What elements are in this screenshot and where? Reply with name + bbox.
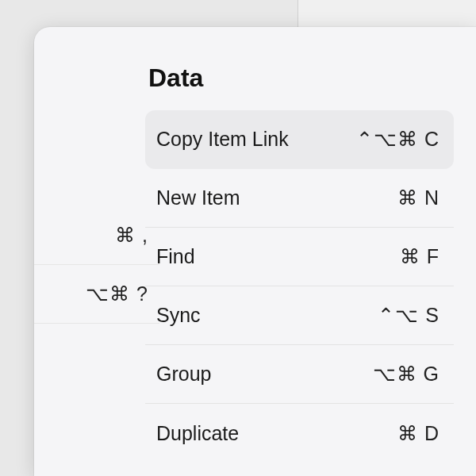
menu-item-new-item[interactable]: New Item ⌘ N	[145, 169, 454, 228]
menu-item-shortcut: ⌘ F	[400, 245, 440, 268]
menu-item-label: Duplicate	[156, 422, 239, 445]
left-shortcut-column: ⌘ , ⌥⌘ ?	[34, 130, 159, 324]
menu-item-duplicate[interactable]: Duplicate ⌘ D	[145, 404, 454, 463]
left-shortcut-row[interactable]: ⌥⌘ ?	[34, 265, 159, 324]
menu-item-shortcut: ⌥⌘ G	[373, 363, 440, 386]
menu-list: Copy Item Link ⌃⌥⌘ C New Item ⌘ N Find ⌘…	[145, 110, 454, 463]
menu-item-shortcut: ⌘ D	[397, 422, 440, 445]
menu-item-label: Copy Item Link	[156, 128, 289, 151]
menu-item-shortcut: ⌘ N	[397, 186, 440, 209]
section-title: Data	[145, 63, 454, 93]
menu-item-label: Find	[156, 245, 195, 268]
shortcut-text: ⌘ ,	[115, 224, 148, 247]
menu-item-group[interactable]: Group ⌥⌘ G	[145, 345, 454, 404]
menu-item-shortcut: ⌃⌥ S	[378, 304, 440, 327]
shortcut-text: ⌥⌘ ?	[86, 282, 148, 305]
left-shortcut-row[interactable]: ⌘ ,	[34, 206, 159, 265]
menu-item-sync[interactable]: Sync ⌃⌥ S	[145, 286, 454, 345]
menu-item-label: New Item	[156, 186, 240, 209]
menu-item-shortcut: ⌃⌥⌘ C	[356, 128, 440, 151]
menu-item-label: Sync	[156, 304, 201, 327]
menu-item-find[interactable]: Find ⌘ F	[145, 228, 454, 286]
menu-item-copy-item-link[interactable]: Copy Item Link ⌃⌥⌘ C	[145, 110, 454, 169]
menu-item-label: Group	[156, 363, 211, 386]
shortcuts-panel: ⌘ , ⌥⌘ ? Data Copy Item Link ⌃⌥⌘ C New I…	[34, 27, 476, 476]
